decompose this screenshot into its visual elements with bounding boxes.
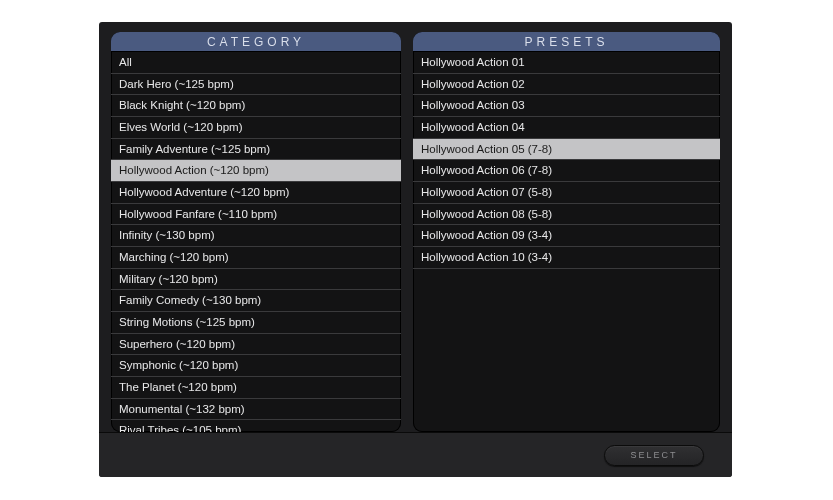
category-row[interactable]: Military (~120 bpm) xyxy=(111,269,401,291)
category-row[interactable]: Elves World (~120 bpm) xyxy=(111,117,401,139)
category-row[interactable]: Infinity (~130 bpm) xyxy=(111,225,401,247)
category-header: CATEGORY xyxy=(111,32,401,52)
preset-row[interactable]: Hollywood Action 10 (3-4) xyxy=(413,247,720,269)
select-button[interactable]: SELECT xyxy=(604,445,704,466)
category-list: AllDark Hero (~125 bpm)Black Knight (~12… xyxy=(111,52,401,432)
category-row[interactable]: Hollywood Adventure (~120 bpm) xyxy=(111,182,401,204)
preset-row[interactable]: Hollywood Action 04 xyxy=(413,117,720,139)
preset-row[interactable]: Hollywood Action 09 (3-4) xyxy=(413,225,720,247)
category-panel: CATEGORY AllDark Hero (~125 bpm)Black Kn… xyxy=(111,32,401,432)
category-row[interactable]: Rival Tribes (~105 bpm) xyxy=(111,420,401,432)
category-row[interactable]: All xyxy=(111,52,401,74)
preset-row[interactable]: Hollywood Action 06 (7-8) xyxy=(413,160,720,182)
category-row[interactable]: The Planet (~120 bpm) xyxy=(111,377,401,399)
preset-row[interactable]: Hollywood Action 05 (7-8) xyxy=(413,139,720,161)
category-row[interactable]: Family Adventure (~125 bpm) xyxy=(111,139,401,161)
category-row[interactable]: Family Comedy (~130 bpm) xyxy=(111,290,401,312)
category-row[interactable]: Marching (~120 bpm) xyxy=(111,247,401,269)
presets-list: Hollywood Action 01Hollywood Action 02Ho… xyxy=(413,52,720,432)
preset-browser-window: CATEGORY AllDark Hero (~125 bpm)Black Kn… xyxy=(99,22,732,477)
category-row[interactable]: Dark Hero (~125 bpm) xyxy=(111,74,401,96)
category-row[interactable]: Monumental (~132 bpm) xyxy=(111,399,401,421)
columns-container: CATEGORY AllDark Hero (~125 bpm)Black Kn… xyxy=(99,22,732,432)
preset-row[interactable]: Hollywood Action 01 xyxy=(413,52,720,74)
presets-panel: PRESETS Hollywood Action 01Hollywood Act… xyxy=(413,32,720,432)
category-row[interactable]: Black Knight (~120 bpm) xyxy=(111,95,401,117)
preset-row[interactable]: Hollywood Action 03 xyxy=(413,95,720,117)
preset-row[interactable]: Hollywood Action 02 xyxy=(413,74,720,96)
category-row[interactable]: Hollywood Fanfare (~110 bpm) xyxy=(111,204,401,226)
preset-row[interactable]: Hollywood Action 08 (5-8) xyxy=(413,204,720,226)
category-row[interactable]: Hollywood Action (~120 bpm) xyxy=(111,160,401,182)
category-row[interactable]: String Motions (~125 bpm) xyxy=(111,312,401,334)
presets-header: PRESETS xyxy=(413,32,720,52)
category-row[interactable]: Symphonic (~120 bpm) xyxy=(111,355,401,377)
category-row[interactable]: Superhero (~120 bpm) xyxy=(111,334,401,356)
footer-bar: SELECT xyxy=(99,432,732,477)
preset-row[interactable]: Hollywood Action 07 (5-8) xyxy=(413,182,720,204)
